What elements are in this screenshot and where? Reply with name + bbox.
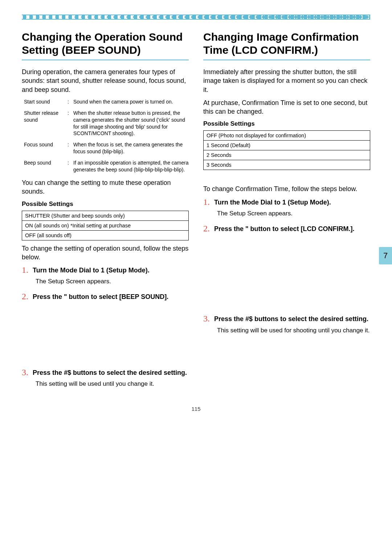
steps-list-left: 1. Turn the Mode Dial to 1 (Setup Mode).… (22, 266, 189, 301)
chapter-tab: 7 (379, 247, 392, 264)
diamond-icon (339, 15, 343, 19)
settings-cell: ON (all sounds on) *Initial setting at p… (22, 220, 189, 230)
diamond-icon (49, 15, 53, 19)
title-underline (203, 60, 370, 60)
steps-list-right-cont: 3. Press the #$ buttons to select the de… (203, 315, 370, 335)
intro-text: At purchase, Confirmation Time is set to… (203, 98, 370, 116)
step-number: 1. (203, 197, 210, 207)
def-row: Start sound : Sound when the camera powe… (24, 98, 189, 105)
section-title-right: Changing Image Confirmation Time (LCD CO… (203, 31, 370, 57)
diamond-icon (152, 15, 156, 19)
diamond-icon (204, 15, 208, 19)
def-desc: If an impossible operation is attempted,… (73, 159, 189, 173)
diamond-icon (294, 15, 298, 19)
diamond-icon (165, 15, 169, 19)
settings-cell: OFF (Photo not displayed for confirmatio… (204, 131, 370, 141)
diamond-icon (132, 15, 136, 19)
def-term: Shutter release sound (24, 110, 68, 137)
diamond-icon (36, 15, 40, 19)
settings-cell: SHUTTER (Shutter and beep sounds only) (22, 211, 189, 220)
step-number: 2. (22, 292, 28, 301)
diamond-icon (81, 15, 85, 19)
settings-cell: 2 Seconds (204, 150, 370, 160)
decorative-border (22, 15, 370, 20)
after-settings-text: To change Confirmation Time, follow the … (203, 185, 370, 193)
diamond-icon (171, 15, 175, 19)
step-title: Turn the Mode Dial to 1 (Setup Mode). (214, 198, 370, 207)
step-item: 2. Press the " button to select [LCD CON… (203, 224, 370, 233)
diamond-icon (42, 15, 46, 19)
diamond-icon (145, 15, 149, 19)
diamond-icon (191, 15, 195, 19)
diamond-icon (126, 15, 130, 19)
possible-settings-heading: Possible Settings (22, 200, 189, 208)
diamond-icon (359, 15, 363, 19)
step-title: Turn the Mode Dial to 1 (Setup Mode). (33, 266, 189, 275)
step-desc: This setting will be used until you chan… (36, 380, 189, 388)
step-title: Press the " button to select [BEEP SOUND… (33, 292, 189, 301)
intro-text: Immediately after pressing the shutter b… (203, 68, 370, 94)
section-title-left: Changing the Operation Sound Setting (BE… (22, 31, 189, 57)
diamond-icon (210, 15, 214, 19)
settings-cell: 1 Second (Default) (204, 141, 370, 150)
diamond-icon (255, 15, 259, 19)
def-colon: : (68, 98, 73, 105)
diamond-icon (139, 15, 143, 19)
diamond-icon (307, 15, 311, 19)
settings-table-right: OFF (Photo not displayed for confirmatio… (203, 130, 370, 170)
def-colon: : (68, 110, 73, 137)
diamond-icon (107, 15, 111, 19)
diamond-icon (268, 15, 272, 19)
step-title: Press the #$ buttons to select the desir… (33, 368, 189, 377)
def-desc: When the shutter release button is press… (73, 110, 189, 137)
diamond-icon (242, 15, 246, 19)
step-item: 3. Press the #$ buttons to select the de… (22, 368, 189, 388)
after-defs-text: You can change the setting to mute these… (22, 178, 189, 196)
steps-list-left-cont: 3. Press the #$ buttons to select the de… (22, 368, 189, 388)
diamond-icon (184, 15, 188, 19)
diamond-icon (74, 15, 78, 19)
def-row: Beep sound : If an impossible operation … (24, 159, 189, 173)
step-title: Press the #$ buttons to select the desir… (214, 315, 370, 323)
possible-settings-heading: Possible Settings (203, 120, 370, 127)
diamond-icon (223, 15, 227, 19)
diamond-icon (346, 15, 350, 19)
diamond-icon (281, 15, 285, 19)
diamond-icon (326, 15, 330, 19)
step-number: 2. (203, 224, 210, 234)
after-settings-text: To change the setting of operation sound… (22, 244, 189, 262)
diamond-icon (177, 15, 181, 19)
def-term: Focus sound (24, 141, 68, 155)
sound-definitions: Start sound : Sound when the camera powe… (24, 98, 189, 173)
steps-list-right: 1. Turn the Mode Dial to 1 (Setup Mode).… (203, 198, 370, 234)
left-column: Changing the Operation Sound Setting (BE… (22, 31, 189, 395)
right-column: Changing Image Confirmation Time (LCD CO… (203, 31, 370, 395)
diamond-icon (236, 15, 240, 19)
diamond-icon (365, 15, 369, 19)
def-term: Start sound (24, 98, 68, 105)
step-title: Press the " button to select [LCD CONFIR… (214, 224, 370, 233)
diamond-icon (333, 15, 337, 19)
step-item: 1. Turn the Mode Dial to 1 (Setup Mode).… (203, 198, 370, 218)
diamond-icon (61, 15, 65, 19)
diamond-icon (119, 15, 123, 19)
diamond-icon (197, 15, 201, 19)
step-desc: This setting will be used for shooting u… (217, 327, 370, 335)
step-desc: The Setup Screen appears. (217, 210, 370, 218)
diamond-icon (229, 15, 233, 19)
diamond-icon (320, 15, 324, 19)
settings-cell: OFF (all sounds off) (22, 230, 189, 240)
diamond-icon (94, 15, 98, 19)
step-desc: The Setup Screen appears. (36, 278, 189, 286)
diamond-icon (113, 15, 117, 19)
def-term: Beep sound (24, 159, 68, 173)
step-item: 1. Turn the Mode Dial to 1 (Setup Mode).… (22, 266, 189, 286)
diamond-icon (55, 15, 59, 19)
page-number: 115 (22, 406, 370, 412)
intro-text: During operation, the camera generates f… (22, 68, 189, 94)
diamond-icon (262, 15, 266, 19)
settings-table-left: SHUTTER (Shutter and beep sounds only) O… (22, 211, 189, 240)
diamond-icon (352, 15, 356, 19)
def-row: Shutter release sound : When the shutter… (24, 110, 189, 137)
step-number: 3. (22, 368, 28, 377)
